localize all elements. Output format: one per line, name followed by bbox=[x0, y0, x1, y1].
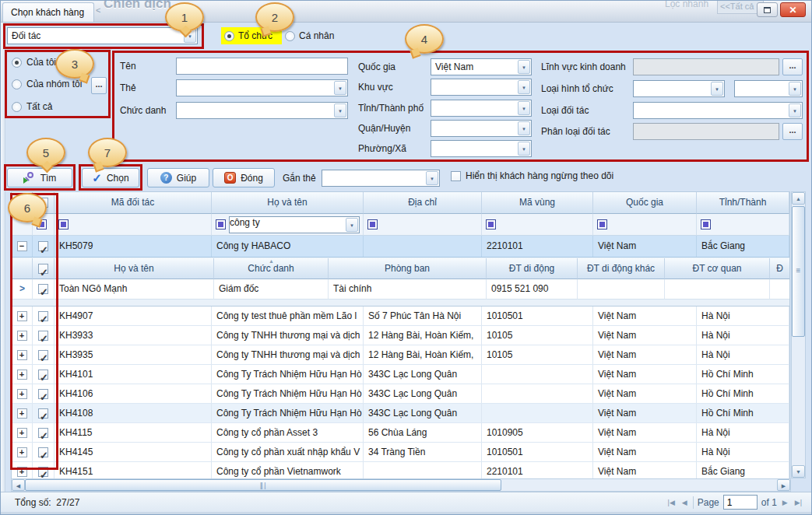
chevron-down-icon[interactable] bbox=[711, 82, 723, 96]
row-checkbox[interactable] bbox=[33, 236, 54, 257]
province-select[interactable] bbox=[431, 100, 532, 117]
filter-cell-name[interactable]: công ty bbox=[212, 214, 364, 236]
row-checkbox[interactable] bbox=[33, 326, 54, 345]
chevron-down-icon[interactable] bbox=[789, 103, 801, 117]
row-checkbox[interactable] bbox=[33, 443, 54, 461]
row-checkbox[interactable] bbox=[33, 365, 54, 384]
org-type-select-1[interactable] bbox=[633, 80, 725, 97]
subgrid-column-name[interactable]: Họ và tên bbox=[54, 258, 214, 279]
filter-cell-areacode[interactable] bbox=[482, 214, 593, 236]
previous-page-button[interactable] bbox=[680, 499, 689, 506]
expand-toggle[interactable] bbox=[12, 365, 33, 384]
scroll-down-button[interactable]: ▼ bbox=[792, 465, 805, 478]
row-checkbox[interactable] bbox=[33, 462, 54, 479]
district-select[interactable] bbox=[431, 120, 532, 137]
close-button[interactable] bbox=[780, 2, 806, 17]
chevron-down-icon[interactable] bbox=[334, 81, 346, 95]
partner-type-select[interactable] bbox=[633, 102, 803, 119]
subgrid-column-mobile[interactable]: ĐT di động bbox=[487, 258, 578, 279]
page-input[interactable] bbox=[723, 495, 758, 510]
chevron-down-icon[interactable] bbox=[518, 142, 530, 156]
table-row[interactable]: KH4106 Công Ty Trách Nhiệm Hữu Hạn Hò 34… bbox=[12, 384, 789, 404]
scope-radio-my-group[interactable]: Của nhóm tôi bbox=[12, 79, 82, 89]
scroll-left-button[interactable]: ◀ bbox=[12, 479, 25, 491]
customer-type-select[interactable]: Đối tác bbox=[7, 27, 198, 44]
subgrid-column-office[interactable]: ĐT cơ quan bbox=[665, 258, 770, 279]
table-row[interactable]: KH3933 Công ty TNHH thương mại và dịch 1… bbox=[12, 326, 789, 345]
partner-class-ellipsis-button[interactable]: ... bbox=[782, 123, 803, 140]
expand-toggle[interactable] bbox=[12, 462, 33, 479]
scope-radio-my[interactable]: Của tôi bbox=[12, 57, 56, 68]
column-header-code[interactable]: Mã đối tác bbox=[54, 192, 212, 214]
scroll-right-button[interactable]: ▶ bbox=[777, 479, 790, 491]
subgrid-column-title[interactable]: Chức danh bbox=[214, 258, 329, 279]
business-field-ellipsis-button[interactable]: ... bbox=[782, 58, 803, 75]
first-page-button[interactable] bbox=[666, 499, 677, 506]
country-select[interactable]: Việt Nam bbox=[431, 58, 532, 75]
chevron-down-icon[interactable] bbox=[518, 80, 530, 94]
subgrid-row[interactable]: Toàn NGô Mạnh Giám đốc Tài chính 0915 52… bbox=[12, 279, 790, 300]
row-checkbox[interactable] bbox=[33, 345, 54, 364]
vertical-scroll-thumb[interactable] bbox=[792, 206, 805, 337]
expand-toggle[interactable] bbox=[12, 423, 33, 442]
help-button[interactable]: Giúp bbox=[147, 168, 209, 187]
vertical-scrollbar[interactable]: ▲ ▼ bbox=[791, 191, 806, 478]
region-select[interactable] bbox=[431, 79, 532, 96]
chevron-down-icon[interactable] bbox=[334, 103, 346, 117]
column-header-areacode[interactable]: Mã vùng bbox=[482, 192, 593, 214]
filter-cell-code[interactable] bbox=[54, 214, 212, 236]
subrow-checkbox[interactable] bbox=[33, 279, 54, 300]
table-row[interactable]: KH4907 Công ty test thuê phần mềm Lão l … bbox=[12, 307, 789, 326]
row-checkbox[interactable] bbox=[33, 423, 54, 442]
row-checkbox[interactable] bbox=[33, 307, 54, 325]
chevron-down-icon[interactable] bbox=[426, 171, 438, 185]
name-filter-input[interactable]: công ty bbox=[229, 216, 360, 233]
expand-toggle[interactable] bbox=[12, 404, 33, 422]
restore-button[interactable] bbox=[757, 2, 778, 17]
table-row[interactable]: KH4145 Công ty cổ phần xuất nhập khẩu V … bbox=[12, 443, 789, 462]
column-header-country[interactable]: Quốc gia bbox=[593, 192, 697, 214]
chevron-down-icon[interactable] bbox=[518, 101, 530, 115]
subgrid-column-mobile2[interactable]: ĐT di động khác bbox=[578, 258, 665, 279]
tag-select[interactable] bbox=[176, 79, 348, 96]
collapse-toggle[interactable] bbox=[12, 236, 33, 257]
chevron-down-icon[interactable] bbox=[518, 60, 530, 74]
tag-attach-select[interactable] bbox=[322, 170, 440, 187]
find-button[interactable]: Tìm bbox=[7, 168, 72, 187]
table-row-expanded[interactable]: KH5079 Công ty HABACO 2210101 Việt Nam B… bbox=[12, 236, 789, 258]
horizontal-scroll-thumb[interactable] bbox=[25, 479, 501, 491]
org-type-select-2[interactable] bbox=[734, 80, 803, 97]
table-row[interactable]: KH4115 Công ty cổ phần Asset 3 56 Chùa L… bbox=[12, 423, 789, 443]
jobtitle-select[interactable] bbox=[176, 102, 348, 119]
table-row[interactable]: KH4151 Công ty cổ phần Vietnamwork 22101… bbox=[12, 462, 789, 479]
column-header-province[interactable]: Tỉnh/Thành bbox=[697, 192, 789, 214]
filter-cell-address[interactable] bbox=[364, 214, 482, 236]
expand-toggle[interactable] bbox=[12, 384, 33, 403]
horizontal-scrollbar[interactable]: ◀ ▶ bbox=[11, 478, 791, 492]
select-button[interactable]: Chọn bbox=[82, 168, 139, 187]
filter-cell-country[interactable] bbox=[593, 214, 697, 236]
column-header-address[interactable]: Địa chỉ bbox=[364, 192, 482, 214]
chevron-down-icon[interactable] bbox=[789, 82, 801, 96]
show-unfollowed-checkbox[interactable]: Hiển thị khách hàng ngừng theo dõi bbox=[451, 170, 613, 181]
scroll-up-button[interactable]: ▲ bbox=[792, 192, 805, 205]
chevron-down-icon[interactable] bbox=[346, 218, 358, 232]
close-dialog-button[interactable]: Đóng bbox=[213, 168, 275, 187]
ward-select[interactable] bbox=[431, 140, 532, 157]
next-page-button[interactable] bbox=[781, 499, 789, 506]
row-checkbox[interactable] bbox=[33, 384, 54, 403]
last-page-button[interactable] bbox=[793, 499, 803, 506]
subgrid-select-all-checkbox[interactable] bbox=[33, 258, 54, 279]
row-checkbox[interactable] bbox=[33, 404, 54, 422]
subgrid-column-dept[interactable]: Phòng ban bbox=[329, 258, 487, 279]
scope-radio-all[interactable]: Tất cả bbox=[12, 101, 52, 112]
name-input[interactable] bbox=[176, 58, 348, 75]
group-picker-ellipsis-button[interactable]: ... bbox=[91, 77, 107, 94]
expand-toggle[interactable] bbox=[12, 345, 33, 364]
column-header-name[interactable]: Họ và tên bbox=[212, 192, 364, 214]
chevron-down-icon[interactable] bbox=[518, 121, 530, 135]
table-row[interactable]: KH4101 Công Ty Trách Nhiệm Hữu Hạn Hò 34… bbox=[12, 365, 789, 384]
expand-toggle[interactable] bbox=[12, 443, 33, 461]
radio-person[interactable]: Cá nhân bbox=[285, 27, 334, 44]
filter-cell-province[interactable] bbox=[697, 214, 789, 236]
